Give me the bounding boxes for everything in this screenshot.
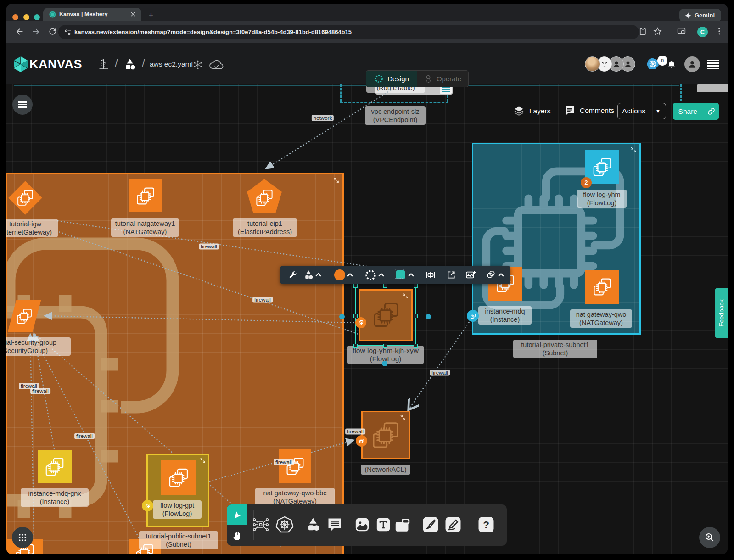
svg-text:?: ?	[483, 519, 489, 531]
